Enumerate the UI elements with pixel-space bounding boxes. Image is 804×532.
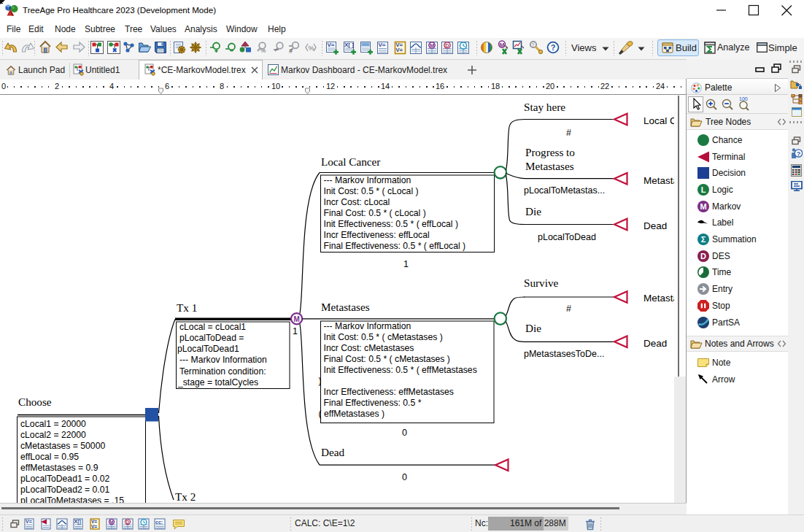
svg-text:pLocalToMetastas...: pLocalToMetastas... [524,185,605,196]
svg-text:1: 1 [403,259,409,269]
svg-text:Die: Die [525,322,541,334]
svg-text:Metastases: Metastases [321,301,370,313]
svg-text:V=: V= [328,42,335,48]
svg-text:Local Cancer: Local Cancer [321,155,380,168]
svg-text:M: M [700,202,706,211]
svg-text:Progress to: Progress to [525,146,575,158]
svg-text:): ) [319,376,322,386]
svg-text:pLocalToDead1 = 0.02: pLocalToDead1 = 0.02 [20,474,110,484]
svg-text:#: # [566,304,571,314]
svg-text:effMetastases = 0.9: effMetastases = 0.9 [20,463,98,473]
svg-text:0: 0 [402,472,407,482]
svg-text:Local Ca: Local Ca [643,115,674,126]
svg-text:Init Cost: 0.5 * ( cMetastases: Init Cost: 0.5 * ( cMetastases ) [324,332,443,342]
svg-text:--- Markov Information: --- Markov Information [179,355,267,365]
svg-text:V=: V= [396,47,403,53]
svg-text:Dead: Dead [643,338,667,349]
svg-text:Dead: Dead [321,446,344,458]
svg-text:M: M [109,520,113,525]
svg-text:V=: V= [379,42,386,48]
svg-text:?: ? [551,43,556,52]
svg-text:100: 100 [739,96,748,101]
svg-text:M: M [430,42,434,49]
svg-text:Die: Die [525,205,541,217]
svg-text:cc:: cc: [155,520,163,525]
svg-text:L: L [701,185,706,194]
svg-text:Tx 1: Tx 1 [177,301,197,314]
svg-text:Metasta: Metasta [643,293,674,304]
svg-text:0: 0 [402,428,407,438]
svg-text:Final Effectiveness: 0.5 *: Final Effectiveness: 0.5 * [324,398,422,408]
svg-text:D: D [126,520,130,525]
svg-text:Init Effectiveness: 0.5 * ( ef: Init Effectiveness: 0.5 * ( effMetastase… [324,365,477,375]
svg-text:pLocalToDead: pLocalToDead [538,232,596,242]
svg-text:%: % [260,47,266,54]
svg-text:V=: V= [26,519,32,524]
svg-text:#: # [566,128,571,138]
svg-text:cLocal1 = 20000: cLocal1 = 20000 [20,419,86,429]
svg-text:Incr Effectiveness: effMetasta: Incr Effectiveness: effMetastases [324,387,454,397]
svg-text:X[]: X[] [74,519,81,525]
svg-text:( effMetastases ): ( effMetastases ) [319,409,385,419]
svg-text:V=: V= [91,524,97,529]
svg-text:Incr Cost: cLocal: Incr Cost: cLocal [324,197,390,207]
svg-text:cLocal = cLocal1: cLocal = cLocal1 [179,322,246,332]
svg-text:X[ ]: X[ ] [344,42,354,48]
svg-text:_stage = totalCycles: _stage = totalCycles [177,377,258,388]
svg-text:Stay here: Stay here [524,101,565,113]
svg-text:Incr Effectiveness: effLocal: Incr Effectiveness: effLocal [324,230,430,240]
svg-text:pLocalToDead2 = 0.01: pLocalToDead2 = 0.01 [20,485,110,495]
svg-text:Tx 2: Tx 2 [175,490,196,503]
svg-text:Final Cost: 0.5 * ( cMetastase: Final Cost: 0.5 * ( cMetastases ) [324,354,450,364]
svg-text:Incr Cost: cMetastases: Incr Cost: cMetastases [324,343,414,353]
svg-text:pLocalToDead1: pLocalToDead1 [177,344,239,354]
svg-text:cMetastases = 50000: cMetastases = 50000 [20,441,105,451]
svg-text:Dead: Dead [643,220,667,231]
svg-text:Final Cost: 0.5 * ( cLocal ): Final Cost: 0.5 * ( cLocal ) [324,208,426,218]
svg-text:?: ? [532,42,535,47]
svg-text:1: 1 [293,326,298,336]
svg-text:pLocalToMetastases = .15: pLocalToMetastases = .15 [20,496,124,503]
svg-text:Termination condition:: Termination condition: [179,366,266,377]
svg-text:Σ: Σ [701,235,706,244]
svg-text:Metastases: Metastases [525,160,574,172]
svg-text:effLocal = 0.95: effLocal = 0.95 [20,452,79,462]
svg-text:Survive: Survive [524,277,559,289]
svg-text:%: % [309,45,314,52]
svg-text:D: D [700,252,706,261]
svg-text:Metasta: Metasta [643,175,674,186]
svg-text:?: ? [797,150,801,158]
svg-text:--- Markov Information: --- Markov Information [324,321,411,331]
svg-text:--- Markov Information: --- Markov Information [324,175,411,185]
svg-text:D: D [445,42,449,49]
svg-text:pLocalToDead =: pLocalToDead = [179,333,244,343]
svg-text:M: M [293,315,299,323]
svg-text:Choose: Choose [18,396,52,408]
svg-text:Final Effectiveness: 0.5 * ( e: Final Effectiveness: 0.5 * ( effLocal ) [324,241,466,251]
svg-text:#: # [289,47,293,55]
svg-text:pMetastasesToDe...: pMetastasesToDe... [524,349,604,359]
svg-text:cLocal2 = 22000: cLocal2 = 22000 [20,430,86,440]
svg-text:Init Cost: 0.5 * ( cLocal ): Init Cost: 0.5 * ( cLocal ) [324,186,419,196]
svg-text:M: M [500,42,505,48]
svg-text:Init Effectiveness: 0.5 * ( ef: Init Effectiveness: 0.5 * ( effLocal ) [324,219,459,229]
